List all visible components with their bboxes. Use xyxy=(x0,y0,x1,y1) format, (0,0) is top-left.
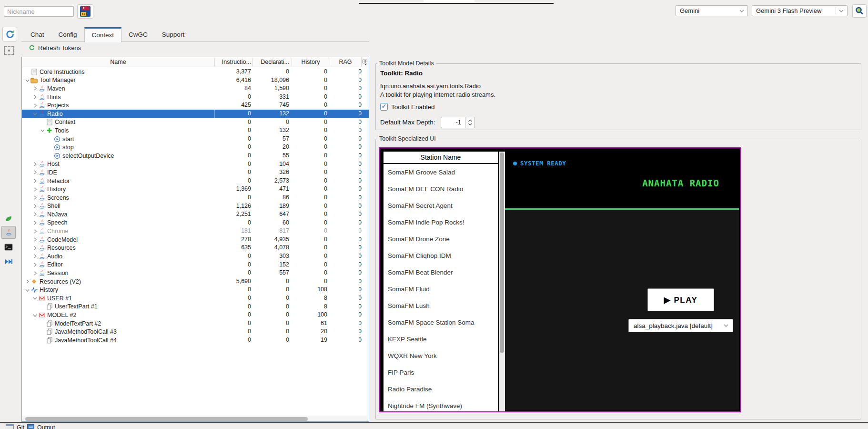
station-list-header[interactable]: Station Name xyxy=(384,152,498,164)
expand-chevron-icon[interactable] xyxy=(32,220,38,226)
tab-cwgc[interactable]: CwGC xyxy=(121,27,155,42)
table-row[interactable]: USER #1 0 0 8 0 xyxy=(22,294,369,303)
table-row[interactable]: Refactor 0 2,573 0 0 xyxy=(22,177,369,185)
table-row[interactable]: JavaMethodToolCall #3 0 0 20 0 xyxy=(22,327,369,336)
station-list-item[interactable]: SomaFM Drone Zone xyxy=(384,231,498,247)
reload-button[interactable] xyxy=(2,27,17,41)
table-row[interactable]: NbJava 2,251 647 0 0 xyxy=(22,210,369,219)
search-button[interactable] xyxy=(852,4,867,18)
table-row[interactable]: JavaMethodToolCall #4 0 0 19 0 xyxy=(22,336,369,345)
output-status-label[interactable]: Output xyxy=(37,424,55,429)
select-region-button[interactable] xyxy=(4,46,14,55)
station-list-item[interactable]: SomaFM Fluid xyxy=(384,281,498,297)
max-depth-spinner-value[interactable]: -1 xyxy=(441,117,465,128)
table-row[interactable]: Screens 0 86 0 0 xyxy=(22,194,369,202)
table-row[interactable]: Host 0 104 0 0 xyxy=(22,160,369,169)
station-list-item[interactable]: Radio Paradise xyxy=(384,381,498,398)
provider-select[interactable]: Gemini xyxy=(676,5,748,16)
station-list-item[interactable]: FIP Paris xyxy=(384,364,498,381)
table-row[interactable]: Hints 0 331 0 0 xyxy=(22,93,369,102)
tool-leaf-button[interactable] xyxy=(1,212,16,225)
table-row[interactable]: start 0 57 0 0 xyxy=(22,135,369,143)
column-header-history[interactable]: History xyxy=(292,57,330,67)
save-button[interactable]: 5-0 xyxy=(77,4,93,19)
expand-chevron-icon[interactable] xyxy=(32,178,38,184)
station-list-item[interactable]: KEXP Seattle xyxy=(384,331,498,347)
table-row[interactable]: CodeModel 278 4,935 0 0 xyxy=(22,235,369,244)
station-list-item[interactable]: Nightride FM (Synthwave) xyxy=(384,398,498,411)
expand-chevron-icon[interactable] xyxy=(32,270,38,276)
table-row[interactable]: Projects 425 745 0 0 xyxy=(22,101,369,110)
expand-chevron-icon[interactable] xyxy=(32,102,38,109)
table-row[interactable]: Tool Manager 6,416 18,096 0 0 xyxy=(22,76,369,85)
table-row[interactable]: Chrome 181 817 0 0 xyxy=(22,227,369,235)
table-row[interactable]: Radio 0 132 0 0 xyxy=(22,110,369,118)
tool-fast-forward-button[interactable] xyxy=(1,255,16,268)
expand-chevron-icon[interactable] xyxy=(32,236,38,243)
station-list-item[interactable]: SomaFM Lush xyxy=(384,297,498,314)
horizontal-scrollbar[interactable] xyxy=(22,416,368,421)
station-list-scrollbar[interactable] xyxy=(499,152,505,411)
table-row[interactable]: Editor 0 152 0 0 xyxy=(22,261,369,269)
tree-table-header[interactable]: Name Instructio... Declarati... History … xyxy=(22,57,369,67)
expand-chevron-icon[interactable] xyxy=(32,186,38,193)
table-row[interactable]: Speech 0 60 0 0 xyxy=(22,219,369,227)
nickname-input[interactable] xyxy=(4,6,74,17)
tab-chat[interactable]: Chat xyxy=(23,27,51,42)
station-list-item[interactable]: WQXR New York xyxy=(384,347,498,364)
station-list-item[interactable]: SomaFM Beat Blender xyxy=(384,264,498,281)
collapse-chevron-icon[interactable] xyxy=(32,111,38,117)
table-row[interactable]: MODEL #2 0 0 100 0 xyxy=(22,311,369,319)
table-row[interactable]: Resources (V2) 5,690 0 0 0 xyxy=(22,277,369,286)
expand-chevron-icon[interactable] xyxy=(32,94,38,100)
tab-config[interactable]: Config xyxy=(51,27,84,42)
table-row[interactable]: IDE 0 326 0 0 xyxy=(22,168,369,177)
tab-support[interactable]: Support xyxy=(155,27,192,42)
tab-context[interactable]: Context xyxy=(84,27,122,42)
expand-chevron-icon[interactable] xyxy=(32,245,38,251)
scrollbar-thumb[interactable] xyxy=(25,417,308,421)
expand-chevron-icon[interactable] xyxy=(32,194,38,201)
model-select[interactable]: Gemini 3 Flash Preview xyxy=(752,5,848,16)
collapse-chevron-icon[interactable] xyxy=(24,287,30,293)
expand-chevron-icon[interactable] xyxy=(32,161,38,167)
table-row[interactable]: Core Instructions 3,377 0 0 0 xyxy=(22,68,369,76)
station-list-item[interactable]: SomaFM Space Station Soma xyxy=(384,314,498,331)
station-list-item[interactable]: SomaFM Cliqhop IDM xyxy=(384,247,498,264)
play-button[interactable]: ▶ PLAY xyxy=(647,288,714,311)
expand-chevron-icon[interactable] xyxy=(32,203,38,209)
refresh-tokens-button[interactable]: Refresh Tokens xyxy=(29,43,81,52)
expand-chevron-icon[interactable] xyxy=(32,228,38,235)
toolkit-enabled-checkbox[interactable]: ✓ xyxy=(380,103,388,111)
column-picker-button[interactable] xyxy=(361,57,369,67)
table-row[interactable]: UserTextPart #1 0 0 8 0 xyxy=(22,303,369,311)
max-depth-spinner-buttons[interactable] xyxy=(465,117,475,128)
table-row[interactable]: Context 0 0 0 0 xyxy=(22,118,369,127)
expand-chevron-icon[interactable] xyxy=(24,278,30,285)
table-row[interactable]: Session 0 557 0 0 xyxy=(22,269,369,277)
column-header-rag[interactable]: RAG xyxy=(330,57,361,67)
table-row[interactable]: Resources 635 4,078 0 0 xyxy=(22,244,369,252)
table-row[interactable]: History 0 0 108 0 xyxy=(22,286,369,294)
output-device-select[interactable]: alsa_playback.java [default] xyxy=(628,319,733,332)
station-list-item[interactable]: SomaFM Indie Pop Rocks! xyxy=(384,214,498,231)
git-status-label[interactable]: Git xyxy=(17,424,24,429)
tool-java-button[interactable] xyxy=(1,226,16,239)
collapse-chevron-icon[interactable] xyxy=(24,77,30,83)
table-row[interactable]: Tools 0 132 0 0 xyxy=(22,126,369,135)
station-list-item[interactable]: SomaFM DEF CON Radio xyxy=(384,181,498,197)
table-row[interactable]: ModelTextPart #2 0 0 61 0 xyxy=(22,319,369,328)
table-row[interactable]: selectOutputDevice 0 55 0 0 xyxy=(22,152,369,160)
expand-chevron-icon[interactable] xyxy=(32,211,38,217)
station-list-item[interactable]: SomaFM Secret Agent xyxy=(384,197,498,214)
table-row[interactable]: stop 0 20 0 0 xyxy=(22,143,369,152)
table-row[interactable]: Shell 1,126 189 0 0 xyxy=(22,202,369,211)
collapse-chevron-icon[interactable] xyxy=(32,312,38,318)
expand-chevron-icon[interactable] xyxy=(32,85,38,92)
tool-terminal-button[interactable] xyxy=(1,241,16,254)
collapse-chevron-icon[interactable] xyxy=(32,295,38,301)
table-row[interactable]: Maven 84 1,590 0 0 xyxy=(22,84,369,93)
collapse-chevron-icon[interactable] xyxy=(40,127,46,133)
expand-chevron-icon[interactable] xyxy=(32,253,38,259)
station-list-item[interactable]: SomaFM Groove Salad xyxy=(384,164,498,181)
